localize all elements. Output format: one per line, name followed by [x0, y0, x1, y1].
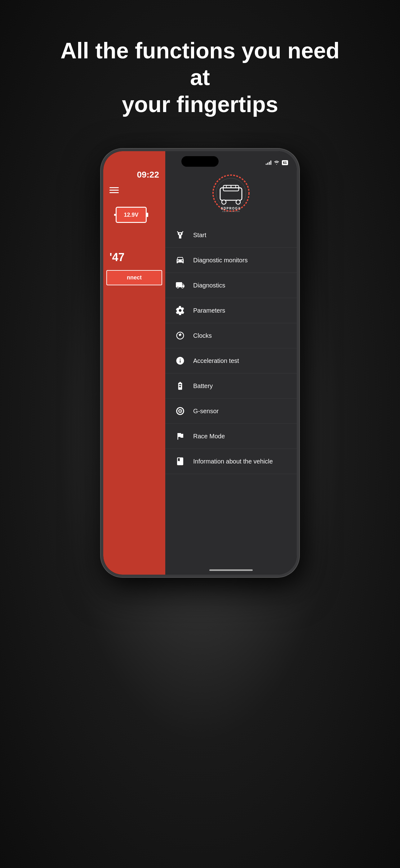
dynamic-island [181, 156, 219, 167]
hamburger-line-1 [109, 187, 119, 188]
status-icons: 61 [266, 160, 288, 165]
svg-text:SMART DRIVER: SMART DRIVER [222, 211, 240, 212]
phone-mockup: 09:22 12.9V '47 nnect [95, 149, 305, 801]
menu-item-g-sensor[interactable]: G-sensor [165, 399, 297, 424]
svg-text:SDPROG®: SDPROG® [221, 207, 241, 210]
menu-label-start: Start [193, 231, 206, 239]
acceleration-icon [174, 355, 186, 366]
volume-down-button [101, 254, 102, 275]
menu-label-race-mode: Race Mode [193, 433, 225, 440]
menu-item-battery[interactable]: Battery [165, 373, 297, 399]
menu-item-parameters[interactable]: Parameters [165, 298, 297, 323]
battery-status-icon: 61 [282, 160, 288, 165]
sidebar-panel: 09:22 12.9V '47 nnect [103, 151, 165, 575]
hamburger-button[interactable] [103, 183, 165, 197]
book-icon [174, 456, 186, 467]
menu-label-parameters: Parameters [193, 307, 225, 314]
battery-voltage-display: 12.9V [116, 207, 147, 223]
menu-item-diagnostics[interactable]: Diagnostics [165, 273, 297, 298]
car-plug-icon [174, 229, 186, 241]
speedometer-icon [174, 330, 186, 341]
flag-icon [174, 431, 186, 442]
svg-point-4 [222, 200, 226, 204]
gsensor-icon [174, 405, 186, 416]
headline-line2: your fingertips [122, 92, 278, 117]
menu-item-diagnostic-monitors[interactable]: Diagnostic monitors [165, 248, 297, 273]
menu-item-start[interactable]: Start [165, 223, 297, 248]
sidebar-time: 09:22 [103, 151, 165, 183]
svg-point-5 [236, 200, 240, 204]
menu-item-race-mode[interactable]: Race Mode [165, 424, 297, 449]
menu-item-info-vehicle[interactable]: Information about the vehicle [165, 449, 297, 474]
menu-label-info-vehicle: Information about the vehicle [193, 457, 273, 465]
engine-icon [174, 280, 186, 291]
power-button [298, 232, 299, 263]
volume-mute-button [101, 207, 102, 218]
battery-voltage-value: 12.9V [124, 212, 138, 218]
menu-label-battery: Battery [193, 382, 213, 390]
connect-button[interactable]: nnect [106, 270, 162, 285]
battery-car-icon [174, 380, 186, 392]
menu-item-clocks[interactable]: Clocks [165, 323, 297, 348]
home-indicator [209, 569, 253, 571]
volume-up-button [101, 226, 102, 247]
menu-label-diagnostics: Diagnostics [193, 282, 225, 289]
menu-label-acceleration-test: Acceleration test [193, 357, 239, 365]
phone-screen: 09:22 12.9V '47 nnect [103, 151, 297, 575]
hamburger-line-2 [109, 190, 119, 191]
svg-point-13 [179, 410, 181, 412]
hamburger-line-3 [109, 192, 119, 193]
signal-icon [266, 160, 271, 165]
sdprog-logo: SDPROG® SMART DRIVER [211, 173, 251, 213]
menu-label-clocks: Clocks [193, 332, 212, 339]
menu-label-g-sensor: G-sensor [193, 408, 219, 415]
battery-percentage: 61 [283, 161, 287, 164]
menu-item-acceleration-test[interactable]: Acceleration test [165, 348, 297, 373]
car-front-icon [174, 254, 186, 266]
gauge-settings-icon [174, 305, 186, 316]
phone-frame: 09:22 12.9V '47 nnect [101, 149, 299, 577]
menu-label-diagnostic-monitors: Diagnostic monitors [193, 257, 248, 264]
headline: All the functions you need at your finge… [29, 0, 371, 143]
sidebar-number: '47 [103, 232, 165, 267]
main-content-panel: 61 [165, 151, 297, 575]
navigation-menu: Start Diagnostic monitors [165, 223, 297, 474]
headline-line1: All the functions you need at [61, 38, 339, 90]
wifi-icon [274, 160, 279, 165]
